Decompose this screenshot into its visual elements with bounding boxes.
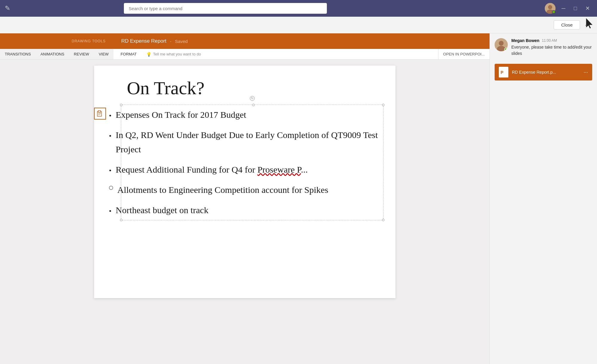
- search-container: [124, 3, 327, 14]
- ppt-file-name: RD Expense Report: [121, 38, 166, 44]
- tell-me-text: Tell me what you want to do: [153, 52, 201, 56]
- handle-tr[interactable]: [382, 104, 384, 106]
- handle-br[interactable]: [382, 219, 384, 221]
- file-more-button[interactable]: ···: [584, 69, 588, 75]
- svg-point-1: [548, 5, 552, 9]
- spell-check-word: Proseware P: [257, 165, 301, 174]
- menu-format[interactable]: FORMAT: [116, 49, 141, 59]
- notif-status: [504, 48, 508, 51]
- close-button[interactable]: Close: [554, 20, 580, 30]
- title-bar-right: ─ □ ✕: [545, 3, 592, 14]
- menu-review[interactable]: REVIEW: [69, 49, 94, 59]
- circle-bullet-4: [109, 186, 113, 190]
- svg-rect-4: [98, 111, 101, 112]
- notif-name-row: Megan Bowen 11:00 AM: [511, 38, 592, 43]
- toolbar-row: Close ···: [0, 17, 597, 33]
- bullet-1: • Expenses On Track for 2017 Budget: [109, 108, 381, 122]
- slide-title: On Track?: [109, 78, 381, 99]
- bullet-text-3: Request Additional Funding for Q4 for Pr…: [116, 162, 381, 177]
- slide-content[interactable]: ↻: [109, 108, 381, 217]
- notif-message: Everyone, please take time to add/edit y…: [511, 44, 592, 57]
- notification-panel: Megan Bowen 11:00 AM Everyone, please ta…: [490, 33, 597, 364]
- file-attachment[interactable]: P RD Expense Report.p... ···: [495, 64, 592, 80]
- open-in-powerpoint-button[interactable]: OPEN IN POWERPOI...: [438, 49, 490, 59]
- ppt-area: DRAWING TOOLS RD Expense Report - Saved …: [0, 33, 597, 364]
- ppt-menu-right: FORMAT 💡 Tell me what you want to do OPE…: [113, 49, 490, 59]
- ppt-dash: -: [170, 39, 171, 44]
- bullet-text-2: In Q2, RD Went Under Budget Due to Early…: [116, 128, 381, 157]
- title-bar: ✎ ─ □ ✕: [0, 0, 597, 17]
- slide-area: On Track? ↻: [0, 60, 490, 364]
- ppt-menu-bar: TRANSITIONS ANIMATIONS REVIEW VIEW FORMA…: [0, 49, 490, 60]
- notif-content: Megan Bowen 11:00 AM Everyone, please ta…: [511, 38, 592, 57]
- handle-bl[interactable]: [120, 219, 122, 221]
- ppt-container: DRAWING TOOLS RD Expense Report - Saved …: [0, 33, 490, 364]
- avatar-container: [545, 3, 556, 14]
- ppt-title-bar: DRAWING TOOLS RD Expense Report - Saved: [0, 33, 490, 49]
- ppt-saved-status: Saved: [175, 39, 188, 44]
- notif-time: 11:00 AM: [542, 38, 557, 43]
- notification-header: Megan Bowen 11:00 AM Everyone, please ta…: [490, 33, 597, 61]
- bullet-2: • In Q2, RD Went Under Budget Due to Ear…: [109, 128, 381, 157]
- lightbulb-icon: 💡: [146, 52, 151, 57]
- bullet-5: • Northeast budget on track: [109, 203, 381, 217]
- bullet-text-4: Allotments to Engineering Competition ac…: [117, 183, 381, 197]
- ppt-file-icon: P: [499, 67, 508, 78]
- bullet-text-1: Expenses On Track for 2017 Budget: [116, 108, 381, 122]
- edit-icon[interactable]: ✎: [5, 4, 10, 12]
- notif-sender-name: Megan Bowen: [511, 38, 539, 43]
- menu-transitions[interactable]: TRANSITIONS: [0, 49, 36, 59]
- ppt-menu-left: TRANSITIONS ANIMATIONS REVIEW VIEW: [0, 49, 113, 59]
- file-name-label: RD Expense Report.p...: [512, 70, 580, 75]
- svg-point-9: [499, 41, 504, 46]
- bullet-dot-5: •: [109, 205, 111, 217]
- slide: On Track? ↻: [94, 66, 396, 298]
- menu-animations[interactable]: ANIMATIONS: [36, 49, 69, 59]
- ppt-title-section: RD Expense Report - Saved: [112, 33, 197, 49]
- main-area: Close ··· DRAWING TOOLS RD Expense Repor…: [0, 17, 597, 364]
- bullet-dot-3: •: [109, 165, 111, 176]
- menu-view[interactable]: VIEW: [94, 49, 113, 59]
- bullet-3: • Request Additional Funding for Q4 for …: [109, 162, 381, 177]
- tell-me-section[interactable]: 💡 Tell me what you want to do: [141, 49, 438, 59]
- more-options-button[interactable]: ···: [582, 20, 592, 30]
- handle-tl[interactable]: [120, 104, 122, 106]
- notif-avatar: [495, 38, 508, 51]
- window-close-button[interactable]: ✕: [583, 4, 592, 13]
- drawing-tools-label: DRAWING TOOLS: [66, 39, 112, 43]
- bullet-4: Allotments to Engineering Competition ac…: [109, 183, 381, 197]
- handle-tm[interactable]: [252, 104, 255, 106]
- maximize-button[interactable]: □: [571, 4, 579, 13]
- paste-icon: [94, 108, 106, 120]
- bullet-text-5: Northeast budget on track: [116, 203, 381, 217]
- bullet-dot-1: •: [109, 110, 111, 121]
- avatar-status: [552, 10, 556, 14]
- svg-text:P: P: [501, 70, 503, 75]
- minimize-button[interactable]: ─: [559, 4, 568, 13]
- bullet-dot-2: •: [109, 130, 111, 142]
- search-input[interactable]: [124, 3, 327, 14]
